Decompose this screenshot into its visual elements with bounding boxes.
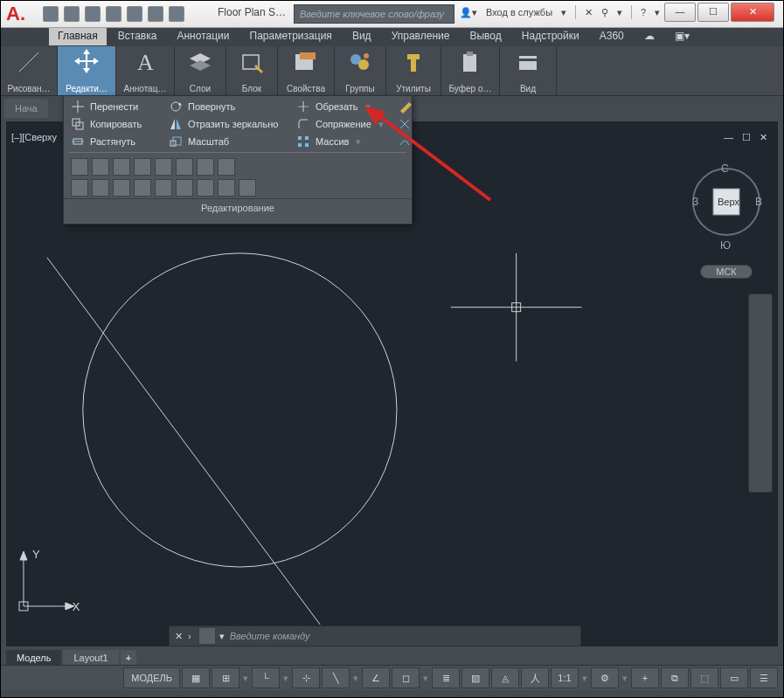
panel-clipboard[interactable]: Буфер о…	[441, 46, 500, 95]
status-grid-icon[interactable]: ▦	[182, 667, 210, 688]
minimize-button[interactable]: —	[664, 3, 696, 22]
status-clean-icon[interactable]: ▭	[720, 667, 748, 688]
panel-layers[interactable]: Слои	[175, 46, 226, 95]
cmd-mirror[interactable]: Отразить зеркально	[169, 117, 282, 131]
status-transparency-icon[interactable]: ▨	[461, 667, 489, 688]
panel-groups[interactable]: Группы	[335, 46, 386, 95]
cmd-rotate[interactable]: Повернуть	[169, 100, 282, 114]
tab-a360[interactable]: A360	[591, 27, 633, 45]
nav-more-icon[interactable]	[751, 432, 770, 450]
status-isodraft-icon[interactable]: ╲	[322, 667, 350, 688]
search-input[interactable]: Введите ключевое слово/фразу	[294, 4, 454, 24]
tab-annotate[interactable]: Аннотации	[168, 27, 238, 45]
viewport-close-icon[interactable]: ✕	[760, 132, 767, 143]
app-logo[interactable]: A.	[6, 3, 34, 25]
extra-tool-icon[interactable]	[155, 179, 172, 197]
status-lineweight-icon[interactable]: ≣	[432, 667, 460, 688]
status-cycling-icon[interactable]: ◬	[491, 667, 519, 688]
extra-tool-icon[interactable]	[71, 158, 88, 176]
cmd-move[interactable]: Перенести	[71, 100, 155, 114]
explode-icon[interactable]	[398, 117, 412, 131]
cmd-array[interactable]: Массив ▾	[296, 135, 384, 149]
status-model[interactable]: МОДЕЛЬ	[123, 667, 180, 688]
extra-tool-icon[interactable]	[113, 158, 130, 176]
cmd-trim[interactable]: Обрезать ▾	[296, 100, 384, 114]
qat-open-icon[interactable]	[64, 6, 80, 22]
status-3dosnap-icon[interactable]: 人	[521, 667, 549, 688]
tab-insert[interactable]: Вставка	[109, 27, 166, 45]
status-snap-icon[interactable]: ⊞	[212, 667, 239, 688]
viewport-max-icon[interactable]: ☐	[742, 132, 751, 143]
status-plus-icon[interactable]: +	[631, 667, 659, 688]
extra-tool-icon[interactable]	[134, 158, 151, 176]
viewport-min-icon[interactable]: —	[724, 132, 733, 143]
extra-tool-icon[interactable]	[197, 158, 214, 176]
tab-parametric[interactable]: Параметризация	[241, 27, 341, 45]
panel-view[interactable]: Вид	[500, 46, 557, 95]
signin-icon[interactable]: 👤▾	[460, 7, 477, 18]
nav-show-icon[interactable]	[751, 406, 770, 424]
cmd-copy[interactable]: Копировать	[71, 117, 155, 131]
extra-tool-icon[interactable]	[239, 179, 256, 197]
tab-addins[interactable]: Надстройки	[513, 27, 588, 45]
status-ortho-icon[interactable]: └	[252, 667, 280, 688]
panel-modify[interactable]: Редакти…	[58, 46, 116, 95]
tab-manage[interactable]: Управление	[383, 27, 459, 45]
panel-utilities[interactable]: Утилиты	[386, 46, 441, 95]
close-button[interactable]: ✕	[731, 3, 774, 22]
maximize-button[interactable]: ☐	[697, 3, 729, 22]
qat-undo-icon[interactable]	[148, 6, 163, 22]
cmd-close-icon[interactable]: ✕	[170, 631, 188, 642]
offset-icon[interactable]	[398, 135, 412, 149]
qat-saveas-icon[interactable]	[106, 6, 121, 22]
status-osnap-icon[interactable]: ◻	[392, 667, 420, 688]
signin-label[interactable]: Вход в службы	[486, 7, 552, 17]
extra-tool-icon[interactable]	[176, 179, 193, 197]
extra-tool-icon[interactable]	[71, 179, 88, 197]
command-line[interactable]: ✕ › ▾ Введите команду	[169, 625, 581, 646]
cmd-fillet[interactable]: Сопряжение ▾	[296, 117, 384, 131]
status-gear-icon[interactable]: ⚙	[591, 667, 619, 688]
panel-block[interactable]: Блок	[226, 46, 278, 95]
status-otrack-icon[interactable]: ∠	[362, 667, 390, 688]
extra-tool-icon[interactable]	[134, 179, 151, 197]
add-layout-button[interactable]: +	[121, 650, 136, 666]
extra-tool-icon[interactable]	[92, 158, 109, 176]
model-tab[interactable]: Модель	[6, 650, 61, 666]
extra-tool-icon[interactable]	[218, 158, 235, 176]
qat-new-icon[interactable]	[43, 6, 59, 22]
extra-tool-icon[interactable]	[155, 158, 172, 176]
qat-save-icon[interactable]	[85, 6, 101, 22]
panel-properties[interactable]: Свойства	[278, 46, 335, 95]
cmd-stretch[interactable]: Растянуть	[71, 135, 155, 149]
nav-zoom-icon[interactable]	[751, 354, 770, 371]
viewport-label[interactable]: [–][Сверху	[11, 132, 57, 142]
nav-pan-icon[interactable]	[751, 328, 770, 345]
extra-tool-icon[interactable]	[176, 158, 193, 176]
help-icon[interactable]: ?	[641, 7, 646, 17]
exchange-icon[interactable]: ✕	[585, 7, 593, 18]
split-arrow-icon[interactable]: ▾	[354, 136, 363, 148]
status-polar-icon[interactable]: ⊹	[292, 667, 320, 688]
panel-annotation[interactable]: A Аннотац…	[116, 46, 175, 95]
qat-print-icon[interactable]	[127, 6, 142, 22]
status-hardware-icon[interactable]: ⬚	[690, 667, 718, 688]
nav-orbit-icon[interactable]	[751, 380, 770, 397]
cmd-scale[interactable]: Масштаб	[169, 135, 282, 149]
ucs-badge[interactable]: МСК	[700, 265, 753, 279]
split-arrow-icon[interactable]: ▾	[377, 119, 385, 130]
start-tab[interactable]: Нача	[4, 99, 48, 118]
viewcube[interactable]: С З В Ю Верх МСК	[689, 158, 764, 263]
panel-draw[interactable]: Рисован…	[1, 46, 58, 95]
extra-tool-icon[interactable]	[92, 179, 109, 197]
status-annoscale[interactable]: 1:1	[551, 667, 579, 688]
extra-tool-icon[interactable]	[218, 179, 235, 197]
tab-view[interactable]: Вид	[343, 27, 380, 45]
extra-tool-icon[interactable]	[197, 179, 214, 197]
qat-redo-icon[interactable]	[169, 6, 184, 22]
nav-wheel-icon[interactable]	[751, 301, 770, 319]
tab-featured-icon[interactable]: ☁	[635, 27, 663, 45]
extra-tool-icon[interactable]	[113, 179, 130, 197]
split-arrow-icon[interactable]: ▾	[364, 101, 372, 113]
tab-output[interactable]: Вывод	[461, 27, 510, 45]
